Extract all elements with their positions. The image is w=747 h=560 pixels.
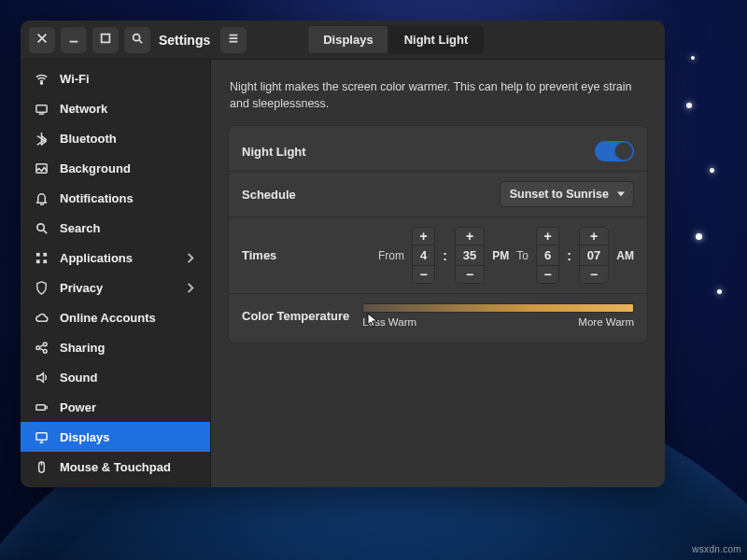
wallpaper-star [710, 168, 714, 173]
night-light-toggle[interactable] [595, 141, 634, 161]
svg-point-1 [134, 35, 140, 41]
sidebar-item-bluetooth[interactable]: Bluetooth [21, 123, 210, 153]
wallpaper-star [686, 103, 692, 108]
close-icon [35, 32, 49, 48]
minimize-icon [67, 32, 80, 48]
page-description: Night light makes the screen color warme… [230, 78, 641, 112]
svg-point-5 [36, 223, 44, 231]
window-title: Settings [159, 33, 210, 48]
hamburger-icon [227, 32, 240, 48]
svg-point-12 [43, 349, 47, 353]
svg-rect-6 [35, 252, 39, 256]
mouse-icon [34, 459, 49, 474]
times-controls: From + 4 − : + 35 − PM To [378, 227, 634, 284]
times-label: Times [242, 248, 276, 262]
minimize-button[interactable] [61, 27, 87, 53]
cloud-icon [34, 310, 49, 325]
sidebar-item-label: Network [60, 102, 107, 116]
close-button[interactable] [29, 27, 55, 53]
sidebar-item-label: Sharing [60, 341, 105, 355]
to-minute-spinner[interactable]: + 07 − [579, 227, 609, 284]
color-temperature-slider[interactable] [362, 303, 634, 313]
sidebar-item-network[interactable]: Network [21, 93, 210, 123]
power-icon [34, 399, 49, 414]
decrement-button[interactable]: − [580, 266, 608, 283]
from-label: From [378, 249, 404, 262]
chevron-right-icon [182, 280, 197, 295]
display-icon [34, 429, 49, 444]
sidebar-item-search[interactable]: Search [21, 213, 210, 243]
maximize-icon [99, 32, 112, 48]
sidebar-item-mouse[interactable]: Mouse & Touchpad [21, 452, 210, 482]
schedule-value: Sunset to Sunrise [510, 188, 609, 201]
night-light-label: Night Light [242, 145, 306, 159]
increment-button[interactable]: + [580, 228, 608, 245]
svg-rect-8 [35, 259, 39, 263]
maximize-button[interactable] [92, 27, 119, 53]
content-area: Night light makes the screen color warme… [211, 60, 665, 487]
sidebar-item-sharing[interactable]: Sharing [21, 332, 210, 362]
titlebar: Settings Displays Night Light [21, 21, 665, 60]
sidebar-item-displays[interactable]: Displays [21, 422, 210, 452]
sidebar-item-label: Mouse & Touchpad [60, 460, 171, 474]
svg-rect-3 [35, 105, 46, 112]
sidebar-item-applications[interactable]: Applications [21, 243, 210, 273]
from-hour-spinner[interactable]: + 4 − [412, 227, 435, 284]
watermark: wsxdn.com [692, 544, 741, 554]
apps-icon [34, 250, 49, 265]
sidebar-item-online-accounts[interactable]: Online Accounts [21, 302, 210, 332]
svg-rect-7 [43, 252, 47, 256]
sidebar-item-label: Notifications [60, 191, 134, 205]
sidebar-item-notifications[interactable]: Notifications [21, 183, 210, 213]
sidebar-item-label: Privacy [60, 281, 103, 295]
sidebar-item-label: Wi-Fi [60, 72, 90, 86]
sidebar-item-wifi[interactable]: Wi-Fi [21, 63, 210, 93]
toggle-knob [615, 143, 632, 160]
increment-button[interactable]: + [456, 228, 484, 245]
chevron-right-icon [182, 250, 197, 265]
decrement-button[interactable]: − [456, 266, 484, 283]
time-colon: : [567, 248, 571, 263]
to-label: To [516, 249, 529, 262]
sidebar-item-power[interactable]: Power [21, 392, 210, 422]
to-hour-spinner[interactable]: + 6 − [536, 227, 559, 284]
bluetooth-icon [34, 131, 49, 146]
sidebar[interactable]: Wi-Fi Network Bluetooth Background Notif… [21, 60, 211, 487]
to-ampm[interactable]: AM [616, 249, 634, 262]
sidebar-item-label: Search [60, 221, 100, 235]
sidebar-item-privacy[interactable]: Privacy [21, 273, 210, 302]
from-minute-spinner[interactable]: + 35 − [455, 227, 485, 284]
sidebar-item-label: Displays [60, 430, 109, 444]
time-colon: : [443, 248, 447, 263]
sidebar-item-label: Sound [60, 371, 97, 385]
svg-rect-13 [35, 404, 44, 410]
view-tabs: Displays Night Light [307, 25, 484, 54]
menu-button[interactable] [220, 27, 247, 53]
increment-button[interactable]: + [537, 228, 558, 245]
svg-rect-14 [35, 432, 46, 440]
bell-icon [34, 190, 49, 205]
tab-night-light[interactable]: Night Light [389, 25, 485, 54]
sidebar-item-background[interactable]: Background [21, 153, 210, 183]
sidebar-item-label: Background [60, 161, 131, 175]
decrement-button[interactable]: − [537, 266, 558, 283]
color-temperature-label: Color Temperature [242, 309, 349, 323]
svg-rect-9 [43, 259, 47, 263]
wallpaper-star [696, 233, 702, 240]
tab-displays[interactable]: Displays [307, 25, 388, 54]
background-icon [34, 161, 49, 175]
svg-point-2 [40, 82, 42, 84]
sound-icon [34, 370, 49, 385]
schedule-label: Schedule [242, 188, 296, 202]
decrement-button[interactable]: − [413, 266, 434, 283]
svg-point-10 [35, 345, 39, 349]
from-hour-value: 4 [413, 245, 434, 266]
wallpaper-star [717, 289, 722, 294]
sidebar-item-sound[interactable]: Sound [21, 362, 210, 392]
from-ampm[interactable]: PM [492, 249, 509, 262]
search-button[interactable] [124, 27, 150, 53]
schedule-dropdown[interactable]: Sunset to Sunrise [500, 181, 634, 207]
sidebar-item-label: Power [60, 400, 96, 414]
increment-button[interactable]: + [413, 228, 434, 245]
to-minute-value: 07 [580, 245, 608, 266]
